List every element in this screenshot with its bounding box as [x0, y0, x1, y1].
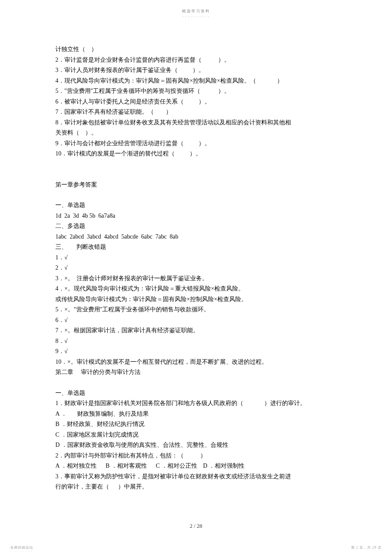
page-number: 2 / 28	[0, 523, 392, 529]
body-line: 2．审计监督是对企业财务会计监督的内容进行再监督（ ）。	[55, 55, 337, 66]
ch2-line: 行的审计，主要在（ ）中展开。	[55, 482, 337, 492]
ch2-line: 2．内部审计与外部审计相比有其特点，包括：（ ）	[55, 451, 337, 461]
body-line: 5．"营业费用"工程属于业务循环中的筹资与投资循环（ ）。	[55, 86, 337, 97]
content-body: 计独立性（ ） 2．审计监督是对企业财务会计监督的内容进行再监督（ ）。 3．审…	[55, 44, 337, 492]
top-header-dashes: - - - - - - - - - -	[55, 15, 337, 19]
chapter2-title: 第二章 审计的分类与审计方法	[55, 367, 337, 378]
judge-line: 5．×。"营业费用"工程属于业务循环中的销售与收款循环。	[55, 305, 337, 315]
spacer	[55, 378, 337, 388]
judge-line: 2．√	[55, 263, 337, 273]
ch2-line: C ．国家地区发展计划完成情况	[55, 430, 337, 440]
judge-line: 3．×。 注册会计师对财务报表的审计一般属于鉴证业务。	[55, 273, 337, 284]
body-line: 7．国家审计不具有经济鉴证职能。（ ）	[55, 107, 337, 118]
page-container: 精选学习资料 - - - - - - - - - - 计独立性（ ） 2．审计监…	[0, 0, 392, 555]
answers-title: 第一章参考答案	[55, 180, 337, 190]
single-choice-answers: 1d 2a 3d 4b 5b 6a7a8a	[55, 211, 337, 221]
multi-choice-title: 二、多选题	[55, 221, 337, 232]
body-line: 3．审计人员对财务报表的审计属于鉴证业务（ ）。	[55, 65, 337, 76]
ch2-line: A ． 财政预算编制、执行及结果	[55, 409, 337, 420]
ch2-line: D ．国家财政资金收取与使用的真实性、合法性、完整性、合规性	[55, 440, 337, 451]
multi-choice-answers: 1abc 2abcd 3abcd 4abcd 5abcde 6abc 7abc …	[55, 232, 337, 242]
top-header-label: 精选学习资料	[55, 9, 337, 14]
ch2-line: 1．财政审计是指国家审计机关对国务院各部门和地方各级人民政府的（ ）进行的审计。	[55, 398, 337, 409]
judge-line: 6．√	[55, 315, 337, 326]
footer-left-dashes: - - - - - - - - -	[10, 550, 32, 553]
spacer	[55, 159, 337, 180]
ch2-line: A ．相对独立性 B ．相对客观性 C ．相对公正性 D ．相对强制性	[55, 461, 337, 472]
judge-line: 10．×。审计模式的发展不是一个相互替代的过程，而是不断扩展、改进的过程。	[55, 357, 337, 368]
body-line: 6．被审计人与审计委托人之间是经济责任关系（ ）。	[55, 97, 337, 107]
body-line: 计独立性（ ）	[55, 44, 337, 55]
judge-line: 或传统风险导向审计模式为：审计风险＝固有风险×控制风险×检查风险。	[55, 294, 337, 305]
footer-left-label: 名师归纳总结	[10, 545, 33, 550]
single-choice-title: 一、单选题	[55, 200, 337, 211]
ch2-single-title: 一、单选题	[55, 388, 337, 399]
spacer	[55, 190, 337, 200]
body-line: 4．现代风险导向审计模式为：审计风险＝固有风险×控制风险×检查风险。（ ）	[55, 76, 337, 86]
body-line: 9．审计与会计都对企业经营管理活动进行监督（ ）。	[55, 138, 337, 149]
footer-right-label: 第 2 页，共 28 页	[351, 545, 382, 550]
ch2-line: 3．事前审计又称为防护性审计，是指对被审计单位在财政财务收支或经济活动发生之前进	[55, 472, 337, 482]
body-line: 8．审计对象包括被审计单位财务收支及其有关经营管理活动以及相应的会计资料和其他相	[55, 118, 337, 128]
judge-line: 4．×。现代风险导向审计模式为：审计风险＝重大错报风险×检查风险。	[55, 284, 337, 294]
body-line: 10．审计模式的发展是一个渐进的替代过程（ ）。	[55, 149, 337, 159]
ch2-line: B ．财经政策、财经法纪执行情况	[55, 419, 337, 430]
judge-line: 1．√	[55, 253, 337, 263]
judge-line: 9．√	[55, 346, 337, 357]
judge-line: 7．×。根据国家审计法，国家审计具有经济鉴证职能。	[55, 325, 337, 336]
judge-title: 三、 判断改错题	[55, 242, 337, 253]
body-line: 关资料（ ）。	[55, 128, 337, 138]
judge-line: 8．√	[55, 336, 337, 347]
